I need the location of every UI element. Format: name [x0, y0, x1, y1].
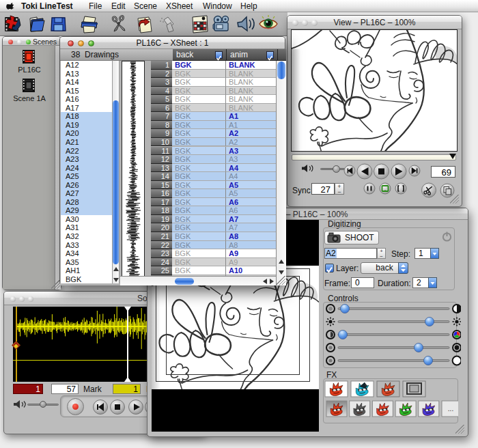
- svg-text:...: ...: [448, 405, 453, 412]
